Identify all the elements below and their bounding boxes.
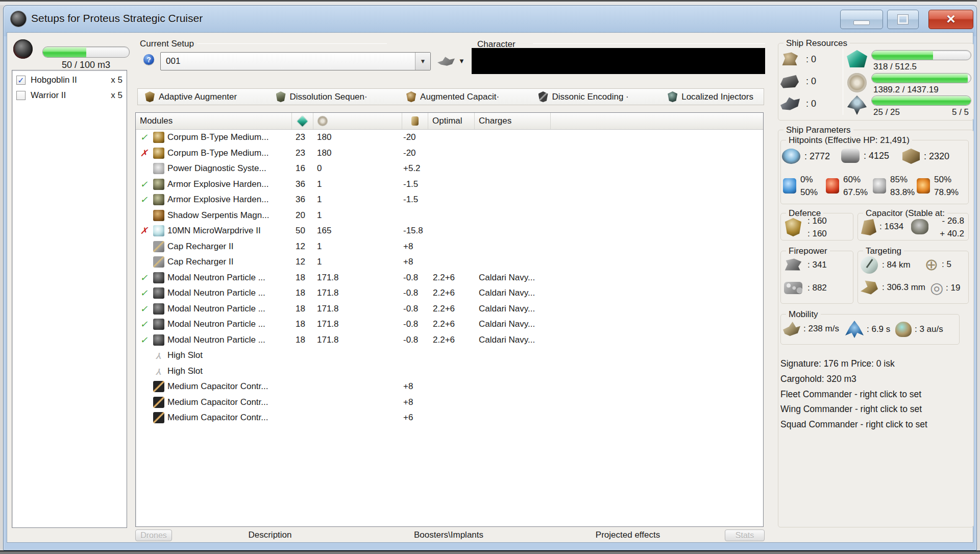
hull-icon bbox=[902, 149, 920, 164]
module-row[interactable]: Medium Capacitor Contr... +8 bbox=[136, 379, 763, 395]
module-charges: Caldari Navy... bbox=[475, 332, 551, 348]
fit-ok-icon bbox=[139, 287, 149, 299]
setup-combobox[interactable]: 001 ▼ bbox=[160, 52, 431, 70]
module-optimal bbox=[428, 379, 475, 395]
module-row[interactable]: Modal Neutron Particle ... 18 171.8 -0.8… bbox=[136, 301, 763, 317]
cpu-bar-fill bbox=[872, 51, 933, 60]
hull-hp: : 2320 bbox=[902, 149, 949, 164]
current-setup-groupline bbox=[197, 43, 387, 44]
hull-hp-value: : 2320 bbox=[924, 151, 949, 162]
module-row[interactable]: Modal Neutron Particle ... 18 171.8 -0.8… bbox=[136, 270, 763, 286]
module-cpu bbox=[292, 395, 313, 411]
module-optimal bbox=[428, 161, 475, 177]
powergrid-bar-fill bbox=[872, 74, 968, 83]
close-button[interactable]: × bbox=[928, 10, 973, 29]
module-charges bbox=[475, 192, 551, 208]
module-optimal bbox=[428, 177, 475, 192]
titlebar[interactable]: Setups for Proteus Strategic Cruiser × bbox=[4, 6, 976, 32]
drone-list-item[interactable]: Warrior II x 5 bbox=[13, 88, 126, 103]
hitpoints-group: Hitpoints (Effective HP: 21,491) : 2772 … bbox=[780, 140, 969, 204]
module-row[interactable]: Medium Capacitor Contr... +6 bbox=[136, 410, 763, 426]
hitpoints-title: Hitpoints (Effective HP: 21,491) bbox=[786, 135, 912, 146]
column-header-charges[interactable]: Charges bbox=[475, 113, 551, 129]
module-row[interactable]: Corpum B-Type Medium... 23 180 -20 bbox=[136, 146, 763, 161]
module-cap bbox=[402, 208, 428, 224]
module-cap: -0.8 bbox=[402, 301, 428, 317]
ship-dropdown-arrow-icon[interactable]: ▼ bbox=[458, 57, 465, 65]
module-name: Medium Capacitor Contr... bbox=[167, 413, 268, 423]
explosive-resist: 50%78.9% bbox=[917, 173, 959, 199]
max-velocity: : 238 m/s bbox=[783, 322, 839, 336]
module-optimal: 2.2+6 bbox=[428, 332, 475, 348]
column-header-modules[interactable]: Modules bbox=[136, 113, 292, 129]
module-row[interactable]: 10MN MicroWarpdrive II 50 165 -15.8 bbox=[136, 223, 763, 239]
max-targets: ⊕: 5 bbox=[923, 256, 951, 273]
module-row[interactable]: Cap Recharger II 12 1 +8 bbox=[136, 239, 763, 255]
fleet-commander-line[interactable]: Fleet Commander - right click to set bbox=[780, 387, 927, 402]
defence-repair-icon bbox=[785, 218, 801, 236]
module-cpu: 18 bbox=[292, 301, 313, 317]
module-row[interactable]: Modal Neutron Particle ... 18 171.8 -0.8… bbox=[136, 317, 763, 332]
column-header-capacitor[interactable] bbox=[402, 113, 428, 129]
character-combobox-redacted[interactable] bbox=[472, 48, 765, 74]
ship-browser-button[interactable] bbox=[436, 53, 456, 69]
subsystem-adaptive-augmenter[interactable]: Adaptive Augmenter bbox=[145, 91, 237, 102]
chevron-down-icon[interactable]: ▼ bbox=[415, 53, 430, 70]
module-name: Corpum B-Type Medium... bbox=[167, 148, 268, 158]
subsystem-label: Dissolution Sequen· bbox=[290, 92, 368, 102]
module-cpu: 23 bbox=[292, 130, 313, 146]
maximize-button[interactable] bbox=[887, 10, 919, 29]
module-charges bbox=[475, 410, 551, 426]
drone-checkbox-checked[interactable]: ✓ bbox=[16, 76, 26, 85]
module-row[interactable]: Cap Recharger II 12 1 +8 bbox=[136, 254, 763, 270]
module-pg: 1 bbox=[313, 192, 402, 208]
tab-stats[interactable]: Stats bbox=[725, 529, 765, 541]
module-row[interactable]: Shadow Serpentis Magn... 20 1 bbox=[136, 208, 763, 224]
help-icon[interactable]: ? bbox=[143, 54, 154, 65]
module-row[interactable]: Modal Neutron Particle ... 18 171.8 -0.8… bbox=[136, 285, 763, 301]
tab-boosters-implants[interactable]: Boosters\Implants bbox=[414, 530, 483, 540]
wing-commander-line[interactable]: Wing Commander - right click to set bbox=[780, 402, 927, 417]
turret-dps: : 341 bbox=[784, 257, 827, 273]
module-row[interactable]: Modal Neutron Particle ... 18 171.8 -0.8… bbox=[136, 332, 763, 348]
scan-resolution-value: : 306.3 mm bbox=[882, 282, 925, 293]
thermal-resist: 60%67.5% bbox=[826, 173, 868, 199]
armor-repairer-icon bbox=[153, 132, 164, 143]
drone-qty: x 5 bbox=[111, 75, 122, 85]
module-row[interactable]: Power Diagnostic Syste... 16 0 +5.2 bbox=[136, 161, 763, 177]
tab-description[interactable]: Description bbox=[248, 530, 291, 540]
drone-list-item[interactable]: ✓ Hobgoblin II x 5 bbox=[13, 73, 126, 88]
module-row[interactable]: High Slot bbox=[136, 348, 763, 364]
module-cpu: 23 bbox=[292, 146, 313, 161]
launcher-hardpoints-icon bbox=[780, 74, 799, 89]
subsystem-augmented-capacitor[interactable]: Augmented Capacit· bbox=[406, 91, 499, 102]
module-cpu bbox=[292, 379, 313, 395]
tab-drones[interactable]: Drones bbox=[135, 529, 172, 541]
modules-table-header[interactable]: Modules Optimal Charges bbox=[136, 113, 763, 130]
tab-projected-effects[interactable]: Projected effects bbox=[596, 530, 660, 540]
subsystem-dissonic-encoding[interactable]: Dissonic Encoding · bbox=[538, 91, 629, 102]
column-header-powergrid[interactable] bbox=[313, 113, 402, 129]
module-name: High Slot bbox=[167, 350, 203, 360]
drone-checkbox-unchecked[interactable] bbox=[16, 91, 26, 100]
squad-commander-line[interactable]: Squad Commander - right click to set bbox=[780, 417, 927, 432]
module-row[interactable]: Corpum B-Type Medium... 23 180 -20 bbox=[136, 130, 763, 146]
subsystem-label: Adaptive Augmenter bbox=[159, 92, 237, 102]
module-row[interactable]: Armor Explosive Harden... 36 1 -1.5 bbox=[136, 177, 763, 192]
subsystem-dissolution-sequencer[interactable]: Dissolution Sequen· bbox=[276, 91, 368, 102]
module-pg: 1 bbox=[313, 208, 402, 224]
module-row[interactable]: High Slot bbox=[136, 364, 763, 379]
cpu-icon bbox=[847, 50, 867, 67]
module-row[interactable]: Medium Capacitor Contr... +8 bbox=[136, 395, 763, 411]
minimize-button[interactable] bbox=[840, 10, 883, 29]
module-row[interactable]: Armor Explosive Harden... 36 1 -1.5 bbox=[136, 192, 763, 208]
subsystem-localized-injectors[interactable]: Localized Injectors bbox=[668, 91, 753, 102]
armor-icon bbox=[841, 149, 860, 163]
column-header-cpu[interactable] bbox=[292, 113, 313, 129]
column-header-optimal[interactable]: Optimal bbox=[428, 113, 475, 129]
current-setup-label: Current Setup bbox=[140, 39, 194, 49]
capacitor-icon bbox=[411, 116, 419, 126]
setup-combobox-value: 001 bbox=[161, 56, 180, 66]
volley-value: : 882 bbox=[807, 283, 827, 293]
module-name: Power Diagnostic Syste... bbox=[167, 163, 266, 174]
